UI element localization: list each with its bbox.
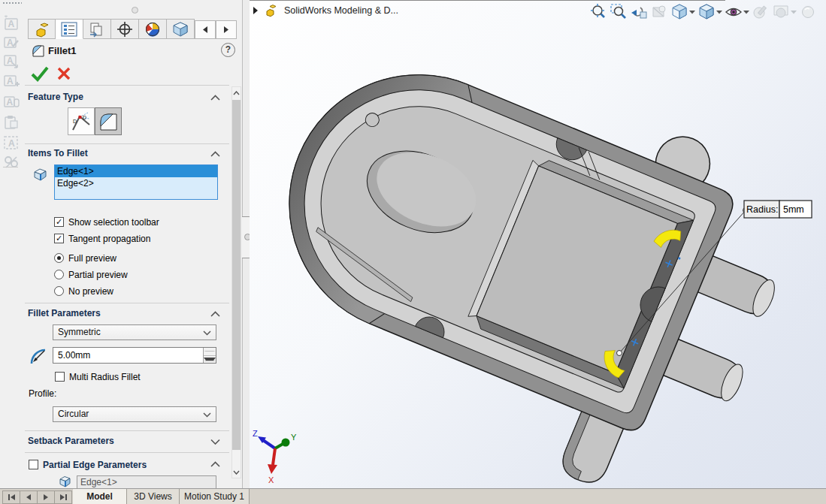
checkbox-checked-icon: ✓ [54,217,64,227]
triad-y-ball [282,439,290,447]
svg-text:A: A [8,138,15,149]
tab-3d-views[interactable]: 3D Views [127,489,180,504]
panel-collapse-dot[interactable] [132,7,138,14]
scroll-down-button[interactable] [232,466,241,478]
go-to-last-tab-button[interactable] [54,490,72,504]
checkbox-partial-edge-parameters[interactable]: Partial Edge Parameters [29,459,147,470]
manager-tab-bar [28,19,237,40]
list-item-edge1[interactable]: Edge<1> [55,165,217,177]
dropdown-chevron-icon [203,412,211,418]
symmetry-dropdown[interactable]: Symmetric [53,324,216,340]
radius-callout[interactable]: Radius: 5mm [744,201,812,218]
profile-dropdown[interactable]: Circular [53,406,216,422]
radio-selected-icon [54,253,64,263]
radio-icon [54,270,64,279]
tab-propertymanager[interactable] [56,19,83,39]
tab-scroll-right-button[interactable] [216,20,237,39]
go-to-first-tab-button[interactable] [2,490,20,504]
edge-selection-icon [32,166,48,183]
radio-partial-preview[interactable]: Partial preview [54,269,128,280]
graphics-area[interactable]: SolidWorks Modeling & D... [250,0,826,488]
left-arrow-icon [11,494,15,500]
spin-up-button[interactable] [204,348,216,356]
partial-edge-field: Edge<1> [77,475,216,488]
annotation-add-icon[interactable]: A [3,73,20,89]
radio-icon [54,286,64,296]
scroll-up-button[interactable] [232,87,241,98]
checkbox-icon [55,372,65,382]
previous-tab-button[interactable] [20,490,38,504]
down-arrow-icon [233,470,240,475]
svg-text:A: A [8,19,15,29]
reference-triad[interactable]: Z Y X [253,429,297,484]
triad-x-label: X [268,475,274,484]
section-header-fillet-parameters[interactable]: Fillet Parameters [28,308,101,318]
svg-text:A: A [7,97,14,107]
section-header-feature-type[interactable]: Feature Type [28,92,83,102]
section-header-items-to-fillet[interactable]: Items To Fillet [28,148,88,158]
right-arrow-icon [223,26,229,33]
collapse-chevron-icon[interactable] [210,461,220,467]
edges-listbox[interactable]: Edge<1> Edge<2> [54,164,218,200]
part-icon [33,21,51,38]
separator [25,143,229,144]
property-manager-header: Fillet1 ? [23,40,242,62]
tab-motion-study-1[interactable]: Motion Study 1 [180,489,250,504]
ok-button[interactable] [30,65,50,83]
triad-y-label: Y [291,433,297,442]
tab-scroll-left-button[interactable] [195,20,216,39]
collapse-chevron-icon[interactable] [210,311,220,317]
radio-full-preview[interactable]: Full preview [54,252,116,264]
annotation-edit-icon[interactable]: A [3,34,20,50]
crosshair-icon [116,21,134,38]
spin-down-button[interactable] [204,356,216,364]
checkbox-show-selection-toolbar[interactable]: ✓ Show selection toolbar [54,216,159,228]
radio-no-preview[interactable]: No preview [54,285,113,297]
tab-displaymanager[interactable] [139,19,167,39]
down-arrow-icon [204,358,216,361]
manual-fillet-mode-button[interactable]: DD [68,107,95,135]
annotation-frame-icon[interactable]: A [3,134,20,151]
last-bar-icon [65,494,67,500]
toolbar-drag-handle[interactable] [2,2,22,5]
tab-featuremanager-design-tree[interactable] [28,19,56,39]
tab-configurationmanager[interactable] [83,19,111,39]
annotation-leader-icon[interactable]: A [3,53,20,70]
tab-model[interactable]: Model [73,489,127,504]
fillet-cube-icon [97,110,120,133]
callout-label: Radius: [746,204,778,215]
radius-input[interactable]: 5.00mm [53,347,216,364]
up-arrow-icon [204,351,216,352]
annotation-note-icon[interactable]: A [3,15,20,32]
list-item-edge2[interactable]: Edge<2> [55,177,217,189]
part-body[interactable] [250,2,820,488]
collapse-chevron-icon[interactable] [210,151,220,157]
panel-scrollbar[interactable] [231,86,241,478]
checkbox-icon [29,460,38,469]
checkbox-tangent-propagation[interactable]: ✓ Tangent propagation [54,233,150,244]
annotation-paste-icon[interactable] [3,114,20,131]
constant-size-fillet-mode-button[interactable] [95,107,122,135]
scrollbar-thumb[interactable] [232,100,241,450]
expand-chevron-icon[interactable] [210,439,220,445]
view-cube-icon [171,21,189,38]
tab-dimxpertmanager[interactable] [111,19,139,39]
tab-pane-preview[interactable] [167,19,195,39]
right-arrow-icon [60,494,65,500]
callout-value[interactable]: 5mm [783,204,804,215]
annotation-balloon-icon[interactable]: A [3,94,20,110]
section-header-setback-parameters[interactable]: Setback Parameters [28,436,114,446]
next-tab-button[interactable] [37,490,55,504]
collapse-chevron-icon[interactable] [210,95,220,101]
annotation-toolbar: A A A A A A [0,0,23,488]
solidworks-window: A A A A A A [0,0,826,504]
model-canvas[interactable]: Radius: 5mm Z Y X [250,0,826,488]
left-arrow-icon [26,494,31,500]
separator [25,303,229,303]
help-button[interactable]: ? [221,43,235,57]
up-arrow-icon [233,91,240,95]
checkbox-multi-radius-fillet[interactable]: Multi Radius Fillet [55,371,141,382]
cancel-button[interactable] [56,65,72,82]
confirm-bar [23,63,242,84]
annotation-chain-icon[interactable] [3,154,20,171]
